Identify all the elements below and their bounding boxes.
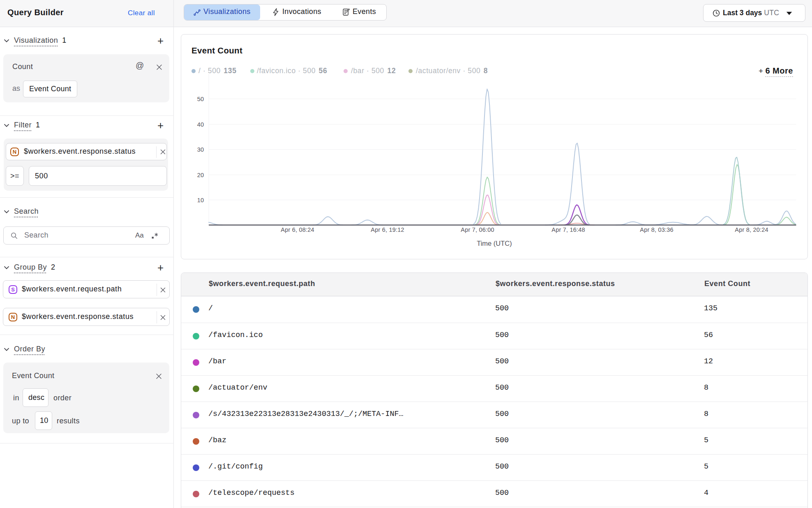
svg-text:40: 40 xyxy=(197,121,204,128)
svg-text:30: 30 xyxy=(197,146,204,153)
svg-text:50: 50 xyxy=(197,96,204,102)
svg-text:Apr 7, 16:48: Apr 7, 16:48 xyxy=(551,226,585,233)
svg-text:20: 20 xyxy=(197,172,204,178)
svg-text:Apr 7, 06:00: Apr 7, 06:00 xyxy=(461,226,494,233)
svg-text:Time (UTC): Time (UTC) xyxy=(477,240,512,247)
svg-text:Apr 8, 20:24: Apr 8, 20:24 xyxy=(735,226,768,233)
svg-text:Apr 6, 08:24: Apr 6, 08:24 xyxy=(281,226,314,233)
svg-text:Apr 6, 19:12: Apr 6, 19:12 xyxy=(371,226,404,233)
svg-text:10: 10 xyxy=(197,197,204,203)
svg-text:Apr 8, 03:36: Apr 8, 03:36 xyxy=(640,226,673,233)
